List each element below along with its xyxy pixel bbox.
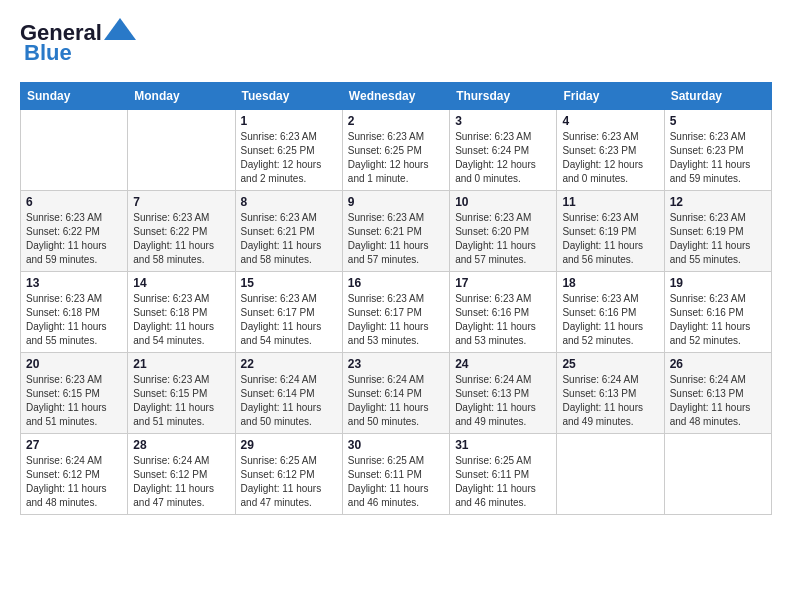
day-info: Sunrise: 6:23 AM Sunset: 6:21 PM Dayligh… — [241, 211, 337, 267]
calendar-cell: 24Sunrise: 6:24 AM Sunset: 6:13 PM Dayli… — [450, 353, 557, 434]
weekday-header: Sunday — [21, 83, 128, 110]
page-header: General Blue — [20, 20, 772, 66]
day-number: 25 — [562, 357, 658, 371]
day-info: Sunrise: 6:23 AM Sunset: 6:25 PM Dayligh… — [348, 130, 444, 186]
calendar-week-row: 20Sunrise: 6:23 AM Sunset: 6:15 PM Dayli… — [21, 353, 772, 434]
day-info: Sunrise: 6:23 AM Sunset: 6:15 PM Dayligh… — [26, 373, 122, 429]
calendar-cell: 12Sunrise: 6:23 AM Sunset: 6:19 PM Dayli… — [664, 191, 771, 272]
day-number: 23 — [348, 357, 444, 371]
day-number: 9 — [348, 195, 444, 209]
weekday-header: Monday — [128, 83, 235, 110]
day-info: Sunrise: 6:25 AM Sunset: 6:12 PM Dayligh… — [241, 454, 337, 510]
day-info: Sunrise: 6:23 AM Sunset: 6:23 PM Dayligh… — [670, 130, 766, 186]
day-number: 20 — [26, 357, 122, 371]
day-number: 3 — [455, 114, 551, 128]
calendar-cell: 15Sunrise: 6:23 AM Sunset: 6:17 PM Dayli… — [235, 272, 342, 353]
calendar-cell: 17Sunrise: 6:23 AM Sunset: 6:16 PM Dayli… — [450, 272, 557, 353]
calendar-cell: 26Sunrise: 6:24 AM Sunset: 6:13 PM Dayli… — [664, 353, 771, 434]
calendar-cell: 29Sunrise: 6:25 AM Sunset: 6:12 PM Dayli… — [235, 434, 342, 515]
calendar-cell: 3Sunrise: 6:23 AM Sunset: 6:24 PM Daylig… — [450, 110, 557, 191]
calendar-week-row: 27Sunrise: 6:24 AM Sunset: 6:12 PM Dayli… — [21, 434, 772, 515]
calendar-cell: 4Sunrise: 6:23 AM Sunset: 6:23 PM Daylig… — [557, 110, 664, 191]
day-number: 1 — [241, 114, 337, 128]
calendar-cell: 16Sunrise: 6:23 AM Sunset: 6:17 PM Dayli… — [342, 272, 449, 353]
calendar-week-row: 6Sunrise: 6:23 AM Sunset: 6:22 PM Daylig… — [21, 191, 772, 272]
day-number: 31 — [455, 438, 551, 452]
calendar-cell: 14Sunrise: 6:23 AM Sunset: 6:18 PM Dayli… — [128, 272, 235, 353]
day-number: 5 — [670, 114, 766, 128]
day-number: 7 — [133, 195, 229, 209]
calendar-cell — [128, 110, 235, 191]
day-number: 18 — [562, 276, 658, 290]
calendar-cell: 23Sunrise: 6:24 AM Sunset: 6:14 PM Dayli… — [342, 353, 449, 434]
calendar-cell: 10Sunrise: 6:23 AM Sunset: 6:20 PM Dayli… — [450, 191, 557, 272]
calendar-cell: 30Sunrise: 6:25 AM Sunset: 6:11 PM Dayli… — [342, 434, 449, 515]
day-info: Sunrise: 6:24 AM Sunset: 6:14 PM Dayligh… — [241, 373, 337, 429]
weekday-header: Wednesday — [342, 83, 449, 110]
weekday-header: Thursday — [450, 83, 557, 110]
day-number: 21 — [133, 357, 229, 371]
day-info: Sunrise: 6:23 AM Sunset: 6:21 PM Dayligh… — [348, 211, 444, 267]
calendar-cell: 7Sunrise: 6:23 AM Sunset: 6:22 PM Daylig… — [128, 191, 235, 272]
day-info: Sunrise: 6:23 AM Sunset: 6:15 PM Dayligh… — [133, 373, 229, 429]
calendar-cell — [557, 434, 664, 515]
day-info: Sunrise: 6:23 AM Sunset: 6:22 PM Dayligh… — [133, 211, 229, 267]
day-info: Sunrise: 6:23 AM Sunset: 6:25 PM Dayligh… — [241, 130, 337, 186]
day-number: 12 — [670, 195, 766, 209]
calendar-cell: 18Sunrise: 6:23 AM Sunset: 6:16 PM Dayli… — [557, 272, 664, 353]
day-info: Sunrise: 6:23 AM Sunset: 6:18 PM Dayligh… — [133, 292, 229, 348]
calendar-cell: 5Sunrise: 6:23 AM Sunset: 6:23 PM Daylig… — [664, 110, 771, 191]
logo: General Blue — [20, 20, 136, 66]
day-info: Sunrise: 6:23 AM Sunset: 6:16 PM Dayligh… — [562, 292, 658, 348]
day-number: 22 — [241, 357, 337, 371]
day-number: 24 — [455, 357, 551, 371]
day-info: Sunrise: 6:23 AM Sunset: 6:17 PM Dayligh… — [348, 292, 444, 348]
calendar-cell: 28Sunrise: 6:24 AM Sunset: 6:12 PM Dayli… — [128, 434, 235, 515]
day-info: Sunrise: 6:24 AM Sunset: 6:14 PM Dayligh… — [348, 373, 444, 429]
day-info: Sunrise: 6:23 AM Sunset: 6:16 PM Dayligh… — [670, 292, 766, 348]
calendar-cell: 2Sunrise: 6:23 AM Sunset: 6:25 PM Daylig… — [342, 110, 449, 191]
day-number: 26 — [670, 357, 766, 371]
calendar-cell: 9Sunrise: 6:23 AM Sunset: 6:21 PM Daylig… — [342, 191, 449, 272]
calendar-cell: 31Sunrise: 6:25 AM Sunset: 6:11 PM Dayli… — [450, 434, 557, 515]
calendar-cell: 27Sunrise: 6:24 AM Sunset: 6:12 PM Dayli… — [21, 434, 128, 515]
weekday-header-row: SundayMondayTuesdayWednesdayThursdayFrid… — [21, 83, 772, 110]
calendar-cell: 25Sunrise: 6:24 AM Sunset: 6:13 PM Dayli… — [557, 353, 664, 434]
day-number: 17 — [455, 276, 551, 290]
weekday-header: Friday — [557, 83, 664, 110]
day-info: Sunrise: 6:24 AM Sunset: 6:12 PM Dayligh… — [133, 454, 229, 510]
day-number: 8 — [241, 195, 337, 209]
logo-blue: Blue — [24, 40, 72, 66]
day-number: 29 — [241, 438, 337, 452]
day-number: 30 — [348, 438, 444, 452]
weekday-header: Saturday — [664, 83, 771, 110]
day-info: Sunrise: 6:25 AM Sunset: 6:11 PM Dayligh… — [348, 454, 444, 510]
calendar-cell: 22Sunrise: 6:24 AM Sunset: 6:14 PM Dayli… — [235, 353, 342, 434]
calendar-cell: 20Sunrise: 6:23 AM Sunset: 6:15 PM Dayli… — [21, 353, 128, 434]
day-info: Sunrise: 6:23 AM Sunset: 6:19 PM Dayligh… — [670, 211, 766, 267]
calendar-table: SundayMondayTuesdayWednesdayThursdayFrid… — [20, 82, 772, 515]
calendar-week-row: 1Sunrise: 6:23 AM Sunset: 6:25 PM Daylig… — [21, 110, 772, 191]
day-info: Sunrise: 6:23 AM Sunset: 6:22 PM Dayligh… — [26, 211, 122, 267]
calendar-cell: 21Sunrise: 6:23 AM Sunset: 6:15 PM Dayli… — [128, 353, 235, 434]
day-info: Sunrise: 6:23 AM Sunset: 6:17 PM Dayligh… — [241, 292, 337, 348]
day-info: Sunrise: 6:23 AM Sunset: 6:24 PM Dayligh… — [455, 130, 551, 186]
day-number: 27 — [26, 438, 122, 452]
calendar-cell: 19Sunrise: 6:23 AM Sunset: 6:16 PM Dayli… — [664, 272, 771, 353]
day-number: 19 — [670, 276, 766, 290]
day-info: Sunrise: 6:24 AM Sunset: 6:13 PM Dayligh… — [455, 373, 551, 429]
day-info: Sunrise: 6:24 AM Sunset: 6:12 PM Dayligh… — [26, 454, 122, 510]
day-info: Sunrise: 6:23 AM Sunset: 6:18 PM Dayligh… — [26, 292, 122, 348]
day-number: 10 — [455, 195, 551, 209]
logo-icon — [104, 18, 136, 40]
day-number: 2 — [348, 114, 444, 128]
day-info: Sunrise: 6:24 AM Sunset: 6:13 PM Dayligh… — [562, 373, 658, 429]
day-info: Sunrise: 6:23 AM Sunset: 6:19 PM Dayligh… — [562, 211, 658, 267]
calendar-cell: 1Sunrise: 6:23 AM Sunset: 6:25 PM Daylig… — [235, 110, 342, 191]
day-info: Sunrise: 6:23 AM Sunset: 6:20 PM Dayligh… — [455, 211, 551, 267]
weekday-header: Tuesday — [235, 83, 342, 110]
day-number: 6 — [26, 195, 122, 209]
day-info: Sunrise: 6:23 AM Sunset: 6:23 PM Dayligh… — [562, 130, 658, 186]
day-info: Sunrise: 6:23 AM Sunset: 6:16 PM Dayligh… — [455, 292, 551, 348]
calendar-cell — [664, 434, 771, 515]
